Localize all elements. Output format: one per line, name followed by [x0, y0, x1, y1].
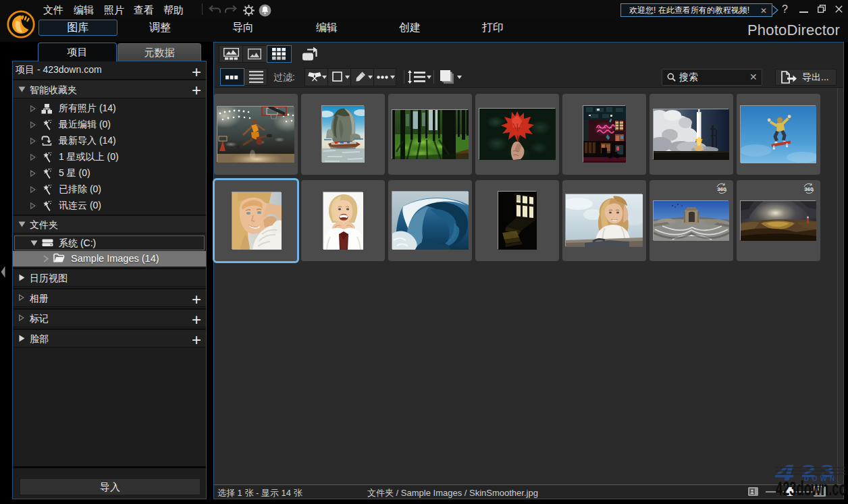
svg-text:423down.com: 423down.com	[776, 477, 848, 499]
svg-text:360: 360	[804, 186, 814, 192]
svg-text:360: 360	[717, 186, 726, 192]
